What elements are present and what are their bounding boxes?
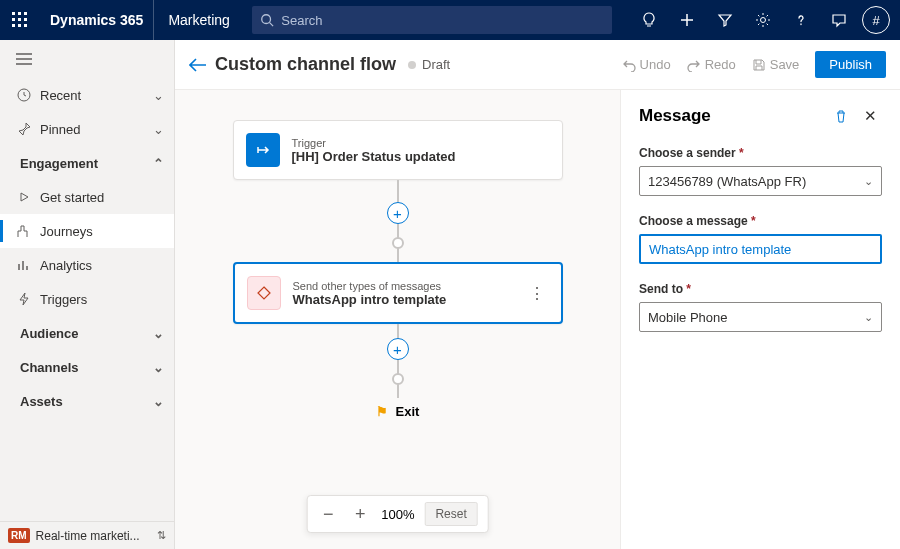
page-title: Custom channel flow — [215, 54, 396, 75]
sidebar-group-label: Engagement — [14, 156, 153, 171]
search-box[interactable] — [252, 6, 612, 34]
journeys-icon — [14, 224, 34, 238]
status-dot-icon — [408, 61, 416, 69]
back-button[interactable] — [189, 58, 215, 72]
chevron-down-icon: ⌄ — [153, 122, 164, 137]
chevron-up-icon: ⌃ — [153, 156, 164, 171]
status-text: Draft — [422, 57, 450, 72]
chat-icon[interactable] — [820, 0, 858, 40]
sidebar-group-label: Channels — [14, 360, 153, 375]
trigger-icon — [246, 133, 280, 167]
sender-value: 123456789 (WhatsApp FR) — [648, 174, 806, 189]
main: Custom channel flow Draft Undo Redo Save… — [175, 40, 900, 549]
gear-icon[interactable] — [744, 0, 782, 40]
message-field: Choose a message * WhatsApp intro templa… — [639, 214, 882, 264]
field-label: Choose a sender * — [639, 146, 882, 160]
message-value: WhatsApp intro template — [649, 242, 791, 257]
triggers-icon — [14, 292, 34, 306]
close-button[interactable]: ✕ — [858, 107, 882, 125]
message-icon — [247, 276, 281, 310]
sidebar-item-label: Journeys — [34, 224, 164, 239]
sender-field: Choose a sender * 123456789 (WhatsApp FR… — [639, 146, 882, 196]
sidebar-item-journeys[interactable]: Journeys — [0, 214, 174, 248]
sidebar-item-pinned[interactable]: Pinned ⌄ — [0, 112, 174, 146]
publish-button[interactable]: Publish — [815, 51, 886, 78]
sidebar: Recent ⌄ Pinned ⌄ Engagement ⌃ Get start… — [0, 40, 175, 549]
message-node[interactable]: Send other types of messages WhatsApp in… — [233, 262, 563, 324]
field-label: Choose a message * — [639, 214, 882, 228]
area-badge: RM — [8, 528, 30, 543]
panel-title: Message — [639, 106, 834, 126]
sendto-dropdown[interactable]: Mobile Phone ⌄ — [639, 302, 882, 332]
filter-icon[interactable] — [706, 0, 744, 40]
chevron-down-icon: ⌄ — [153, 394, 164, 409]
plus-icon[interactable] — [668, 0, 706, 40]
analytics-icon — [14, 258, 34, 272]
journey-canvas[interactable]: Trigger [HH] Order Status updated + Send… — [175, 90, 620, 549]
waffle-icon[interactable] — [0, 0, 40, 40]
message-dropdown[interactable]: WhatsApp intro template — [639, 234, 882, 264]
flag-icon: ⚑ — [376, 404, 388, 419]
lightbulb-icon[interactable] — [630, 0, 668, 40]
add-node-button[interactable]: + — [387, 338, 409, 360]
sidebar-group-channels[interactable]: Channels ⌄ — [0, 350, 174, 384]
clock-icon — [14, 88, 34, 102]
delete-button[interactable] — [834, 109, 858, 123]
help-icon[interactable] — [782, 0, 820, 40]
sidebar-item-label: Triggers — [34, 292, 164, 307]
zoom-in-button[interactable]: + — [349, 503, 371, 525]
top-bar: Dynamics 365 Marketing # — [0, 0, 900, 40]
undo-button[interactable]: Undo — [614, 57, 679, 72]
add-node-button[interactable]: + — [387, 202, 409, 224]
zoom-reset-button[interactable]: Reset — [424, 502, 477, 526]
svg-point-9 — [261, 15, 270, 24]
chevron-down-icon: ⌄ — [153, 360, 164, 375]
chevron-down-icon: ⌄ — [153, 326, 164, 341]
svg-rect-7 — [18, 24, 21, 27]
search-icon — [252, 13, 281, 27]
sidebar-group-engagement[interactable]: Engagement ⌃ — [0, 146, 174, 180]
chevron-down-icon: ⌄ — [864, 311, 873, 324]
avatar[interactable]: # — [862, 6, 890, 34]
sendto-field: Send to * Mobile Phone ⌄ — [639, 282, 882, 332]
sidebar-item-get-started[interactable]: Get started — [0, 180, 174, 214]
status-badge: Draft — [408, 57, 450, 72]
svg-rect-6 — [12, 24, 15, 27]
sendto-value: Mobile Phone — [648, 310, 728, 325]
svg-rect-2 — [24, 12, 27, 15]
save-button[interactable]: Save — [744, 57, 808, 72]
svg-line-10 — [269, 23, 273, 27]
chevron-down-icon: ⌄ — [153, 88, 164, 103]
svg-rect-3 — [12, 18, 15, 21]
sidebar-item-triggers[interactable]: Triggers — [0, 282, 174, 316]
area-label: Real-time marketi... — [36, 529, 151, 543]
pin-icon — [14, 122, 34, 136]
node-more-button[interactable]: ⋮ — [525, 284, 549, 303]
zoom-level: 100% — [381, 507, 414, 522]
svg-rect-5 — [24, 18, 27, 21]
module-label[interactable]: Marketing — [154, 12, 243, 28]
trigger-node[interactable]: Trigger [HH] Order Status updated — [233, 120, 563, 180]
zoom-out-button[interactable]: − — [317, 503, 339, 525]
sidebar-item-recent[interactable]: Recent ⌄ — [0, 78, 174, 112]
svg-rect-0 — [12, 12, 15, 15]
svg-rect-1 — [18, 12, 21, 15]
svg-point-11 — [761, 18, 766, 23]
area-switcher[interactable]: RM Real-time marketi... ⇅ — [0, 521, 174, 549]
sender-dropdown[interactable]: 123456789 (WhatsApp FR) ⌄ — [639, 166, 882, 196]
hamburger-icon[interactable] — [0, 40, 174, 78]
field-label: Send to * — [639, 282, 882, 296]
search-input[interactable] — [281, 13, 612, 28]
sidebar-group-audience[interactable]: Audience ⌄ — [0, 316, 174, 350]
sidebar-item-label: Recent — [34, 88, 153, 103]
node-title: [HH] Order Status updated — [292, 149, 550, 164]
sidebar-group-label: Assets — [14, 394, 153, 409]
redo-button[interactable]: Redo — [679, 57, 744, 72]
properties-panel: Message ✕ Choose a sender * 123456789 (W… — [620, 90, 900, 549]
sidebar-item-label: Get started — [34, 190, 164, 205]
sidebar-item-analytics[interactable]: Analytics — [0, 248, 174, 282]
updown-icon: ⇅ — [157, 529, 166, 542]
brand-label[interactable]: Dynamics 365 — [40, 0, 154, 40]
exit-node[interactable]: ⚑ Exit — [376, 404, 420, 419]
sidebar-group-assets[interactable]: Assets ⌄ — [0, 384, 174, 418]
